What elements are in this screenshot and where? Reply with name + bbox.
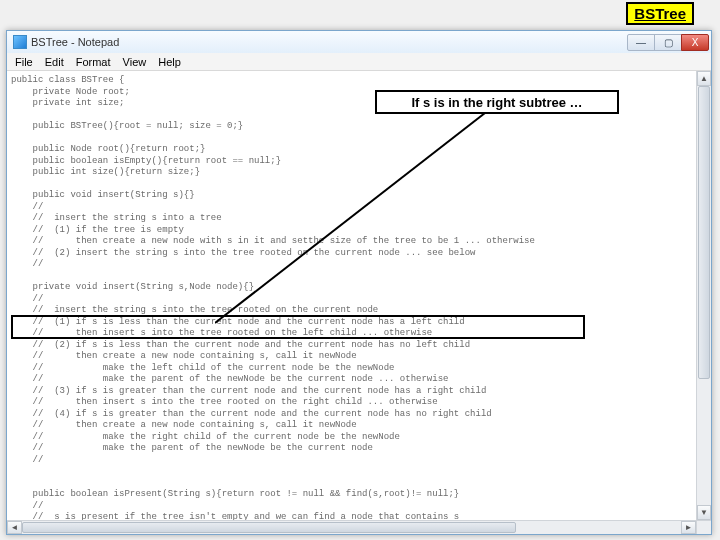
editor-viewport: public class BSTree { private Node root;… <box>7 71 711 534</box>
scroll-up-arrow-icon[interactable]: ▲ <box>697 71 711 86</box>
maximize-button[interactable]: ▢ <box>654 34 682 51</box>
scroll-right-arrow-icon[interactable]: ► <box>681 521 696 534</box>
scroll-corner <box>696 520 711 534</box>
annotation-callout: If s is in the right subtree … <box>375 90 619 114</box>
minimize-button[interactable]: — <box>627 34 655 51</box>
titlebar[interactable]: BSTree - Notepad — ▢ X <box>7 31 711 53</box>
menu-help[interactable]: Help <box>152 56 187 68</box>
window-title: BSTree - Notepad <box>31 36 628 48</box>
hscroll-track[interactable] <box>22 521 681 534</box>
menu-view[interactable]: View <box>117 56 153 68</box>
hscroll-thumb[interactable] <box>22 522 516 533</box>
notepad-icon <box>13 35 27 49</box>
scroll-left-arrow-icon[interactable]: ◄ <box>7 521 22 534</box>
vscroll-track[interactable] <box>697 86 711 505</box>
menu-edit[interactable]: Edit <box>39 56 70 68</box>
window-buttons: — ▢ X <box>628 34 709 51</box>
menu-format[interactable]: Format <box>70 56 117 68</box>
scroll-down-arrow-icon[interactable]: ▼ <box>697 505 711 520</box>
vscroll-thumb[interactable] <box>698 86 710 379</box>
editor-text[interactable]: public class BSTree { private Node root;… <box>7 71 711 520</box>
horizontal-scrollbar[interactable]: ◄ ► <box>7 520 696 534</box>
vertical-scrollbar[interactable]: ▲ ▼ <box>696 71 711 520</box>
close-button[interactable]: X <box>681 34 709 51</box>
slide-title-badge: BSTree <box>626 2 694 25</box>
menu-file[interactable]: File <box>9 56 39 68</box>
menubar: File Edit Format View Help <box>7 53 711 71</box>
